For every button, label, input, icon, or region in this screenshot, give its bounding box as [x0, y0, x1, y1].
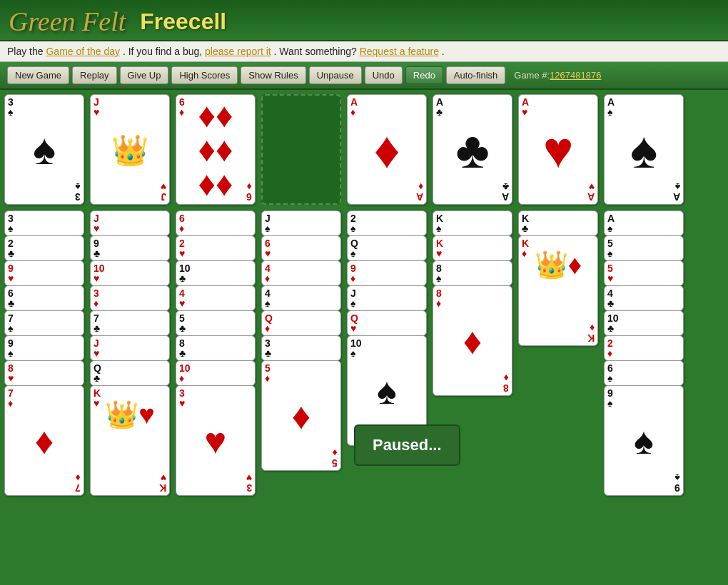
col1-card-2[interactable]: 2♣	[4, 235, 84, 261]
col3-card-7[interactable]: 10♦	[176, 360, 256, 386]
foundation-clubs[interactable]: A♣ ♣ A♣	[433, 94, 515, 205]
game-number-link[interactable]: 1267481876	[550, 70, 601, 81]
col3-card-4[interactable]: 4♥	[176, 285, 256, 311]
free-cell-3[interactable]: 6♦ ♦♦♦♦♦♦ 6♦	[176, 94, 258, 205]
main-game: 3♠ ♠ 3♠ J♥ 👑 J♥ 6♦ ♦♦♦♦♦♦ 6♦	[0, 90, 728, 500]
col7-card-1[interactable]: K♣	[518, 210, 598, 236]
column-8: A♠ 5♠ 5♥ 4♣ 10♣ 2♦ 6♠ 9♠ ♠ 9♠	[604, 210, 687, 496]
col8-card-7[interactable]: 6♠	[604, 360, 684, 386]
foundation-card-hearts: A♥ ♥ A♥	[518, 94, 598, 205]
col1-card-5[interactable]: 7♠	[4, 310, 84, 336]
col6-card-3[interactable]: 8♠	[433, 260, 512, 286]
col5-card-4[interactable]: J♠	[347, 285, 427, 311]
col8-card-2[interactable]: 5♠	[604, 235, 684, 261]
col2-card-8[interactable]: K♥ 👑♥ K♥	[90, 385, 170, 496]
col3-card-8[interactable]: 3♥ ♥ 3♥	[176, 385, 256, 496]
col5-card-5[interactable]: Q♥	[347, 310, 427, 336]
toolbar: New Game Replay Give Up High Scores Show…	[0, 62, 728, 90]
col2-card-2[interactable]: 9♣	[90, 235, 170, 261]
col6-card-2[interactable]: K♥	[433, 235, 512, 261]
col4-card-7[interactable]: 5♦ ♦ 5♦	[261, 360, 341, 471]
col6-card-1[interactable]: K♠	[433, 210, 512, 236]
col8-card-3[interactable]: 5♥	[604, 260, 684, 286]
col3-card-6[interactable]: 8♣	[176, 335, 256, 361]
column-7: K♣ K♦ 👑♦ K♦	[518, 210, 601, 496]
bottom-row: 3♠ 2♣ 9♥ 6♣ 7♠ 9♠ 8♥ 7♦ ♦ 7♦ J♥ 9♣ 10♥ 3…	[4, 210, 724, 496]
col2-card-5[interactable]: 7♣	[90, 310, 170, 336]
col4-card-1[interactable]: J♠	[261, 210, 341, 236]
col3-card-1[interactable]: 6♦	[176, 210, 256, 236]
new-game-button[interactable]: New Game	[7, 66, 69, 84]
free-cell-card-1: 3♠ ♠ 3♠	[4, 94, 84, 205]
free-cell-empty-4	[261, 94, 341, 205]
free-cell-2[interactable]: J♥ 👑 J♥	[90, 94, 173, 205]
column-2: J♥ 9♣ 10♥ 3♦ 7♣ J♥ Q♣ K♥ 👑♥ K♥	[90, 210, 173, 496]
col4-card-6[interactable]: 3♣	[261, 335, 341, 361]
game-number-label: Game #:1267481876	[514, 70, 601, 81]
unpause-button[interactable]: Unpause	[309, 66, 362, 84]
col8-card-8[interactable]: 9♠ ♠ 9♠	[604, 385, 684, 496]
column-4: J♠ 6♥ 4♦ 4♠ Q♦ 3♣ 5♦ ♦ 5♦	[261, 210, 344, 496]
col1-card-3[interactable]: 9♥	[4, 260, 84, 286]
top-row: 3♠ ♠ 3♠ J♥ 👑 J♥ 6♦ ♦♦♦♦♦♦ 6♦	[4, 94, 724, 205]
col4-card-3[interactable]: 4♦	[261, 260, 341, 286]
redo-button[interactable]: Redo	[405, 66, 443, 84]
feature-link[interactable]: Request a feature	[360, 46, 439, 57]
column-1: 3♠ 2♣ 9♥ 6♣ 7♠ 9♠ 8♥ 7♦ ♦ 7♦	[4, 210, 87, 496]
game-title: Freecell	[140, 9, 226, 35]
col5-card-3[interactable]: 9♦	[347, 260, 427, 286]
logo: Green Felt	[9, 6, 126, 37]
col4-card-2[interactable]: 6♥	[261, 235, 341, 261]
info-text-before: Play the	[7, 46, 46, 57]
auto-finish-button[interactable]: Auto-finish	[446, 66, 505, 84]
col3-card-5[interactable]: 5♣	[176, 310, 256, 336]
col1-card-1[interactable]: 3♠	[4, 210, 84, 236]
col6-card-4[interactable]: 8♦ ♦ 8♦	[433, 285, 512, 396]
col5-card-1[interactable]: 2♠	[347, 210, 427, 236]
show-rules-button[interactable]: Show Rules	[241, 66, 305, 84]
info-text-end: .	[442, 46, 445, 57]
col8-card-5[interactable]: 10♣	[604, 310, 684, 336]
col3-card-3[interactable]: 10♣	[176, 260, 256, 286]
col7-card-2[interactable]: K♦ 👑♦ K♦	[518, 235, 598, 346]
high-scores-button[interactable]: High Scores	[171, 66, 238, 84]
col3-card-2[interactable]: 2♥	[176, 235, 256, 261]
foundation-diamonds[interactable]: A♦ ♦ A♦	[347, 94, 430, 205]
col1-card-4[interactable]: 6♣	[4, 285, 84, 311]
col4-card-4[interactable]: 4♠	[261, 285, 341, 311]
info-bar: Play the Game of the day . If you find a…	[0, 41, 728, 62]
free-cell-card-3: 6♦ ♦♦♦♦♦♦ 6♦	[176, 94, 256, 205]
header: Green Felt Freecell	[0, 0, 728, 41]
col5-card-2[interactable]: Q♠	[347, 235, 427, 261]
report-link[interactable]: please report it	[205, 46, 271, 57]
col8-card-4[interactable]: 4♣	[604, 285, 684, 311]
foundation-spades[interactable]: A♠ ♠ A♠	[604, 94, 687, 205]
undo-button[interactable]: Undo	[365, 66, 403, 84]
col2-card-4[interactable]: 3♦	[90, 285, 170, 311]
info-text-middle: . If you find a bug,	[123, 46, 205, 57]
free-cell-4[interactable]	[261, 94, 344, 205]
col8-card-6[interactable]: 2♦	[604, 335, 684, 361]
free-cell-card-2: J♥ 👑 J♥	[90, 94, 170, 205]
col1-card-8[interactable]: 7♦ ♦ 7♦	[4, 385, 84, 496]
col1-card-6[interactable]: 9♠	[4, 335, 84, 361]
foundation-card-diamonds: A♦ ♦ A♦	[347, 94, 427, 205]
give-up-button[interactable]: Give Up	[120, 66, 169, 84]
game-of-day-link[interactable]: Game of the day	[46, 46, 120, 57]
foundation-hearts[interactable]: A♥ ♥ A♥	[518, 94, 601, 205]
col2-card-6[interactable]: J♥	[90, 335, 170, 361]
column-3: 6♦ 2♥ 10♣ 4♥ 5♣ 8♣ 10♦ 3♥ ♥ 3♥	[176, 210, 258, 496]
foundation-card-spades: A♠ ♠ A♠	[604, 94, 684, 205]
col2-card-3[interactable]: 10♥	[90, 260, 170, 286]
col2-card-1[interactable]: J♥	[90, 210, 170, 236]
free-cell-1[interactable]: 3♠ ♠ 3♠	[4, 94, 87, 205]
paused-overlay: Paused...	[354, 424, 460, 466]
col1-card-7[interactable]: 8♥	[4, 360, 84, 386]
replay-button[interactable]: Replay	[72, 66, 116, 84]
foundation-card-clubs: A♣ ♣ A♣	[433, 94, 512, 205]
col8-card-1[interactable]: A♠	[604, 210, 684, 236]
paused-label: Paused...	[373, 436, 442, 454]
col2-card-7[interactable]: Q♣	[90, 360, 170, 386]
col4-card-5[interactable]: Q♦	[261, 310, 341, 336]
info-text-after: . Want something?	[274, 46, 360, 57]
